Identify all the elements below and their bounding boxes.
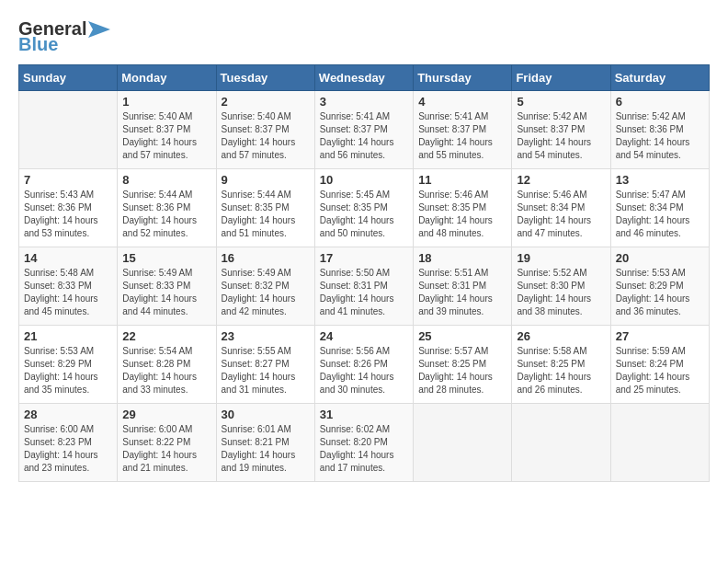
- calendar-week-row: 7Sunrise: 5:43 AMSunset: 8:36 PMDaylight…: [19, 169, 710, 247]
- cell-sun-info: Sunrise: 5:55 AMSunset: 8:27 PMDaylight:…: [222, 345, 310, 396]
- day-number: 31: [320, 408, 408, 421]
- cell-sun-info: Sunrise: 5:42 AMSunset: 8:37 PMDaylight:…: [517, 110, 605, 162]
- calendar-cell: 6Sunrise: 5:42 AMSunset: 8:36 PMDaylight…: [610, 91, 709, 169]
- calendar-cell: 13Sunrise: 5:47 AMSunset: 8:34 PMDayligh…: [610, 169, 709, 247]
- calendar-cell: 9Sunrise: 5:44 AMSunset: 8:35 PMDaylight…: [216, 169, 314, 247]
- day-number: 9: [222, 173, 310, 187]
- cell-sun-info: Sunrise: 5:49 AMSunset: 8:32 PMDaylight:…: [222, 267, 310, 318]
- cell-sun-info: Sunrise: 5:43 AMSunset: 8:36 PMDaylight:…: [24, 189, 112, 240]
- day-number: 26: [517, 329, 605, 343]
- svg-marker-0: [88, 21, 110, 38]
- cell-sun-info: Sunrise: 6:00 AMSunset: 8:22 PMDaylight:…: [122, 423, 210, 475]
- cell-sun-info: Sunrise: 5:44 AMSunset: 8:36 PMDaylight:…: [122, 189, 210, 240]
- day-number: 15: [122, 251, 210, 265]
- calendar-cell: 7Sunrise: 5:43 AMSunset: 8:36 PMDaylight…: [19, 169, 118, 247]
- calendar-cell: 31Sunrise: 6:02 AMSunset: 8:20 PMDayligh…: [314, 404, 413, 482]
- day-number: 10: [320, 173, 408, 187]
- calendar-cell: 24Sunrise: 5:56 AMSunset: 8:26 PMDayligh…: [314, 326, 413, 404]
- weekday-header-tuesday: Tuesday: [216, 65, 314, 91]
- day-number: 17: [320, 251, 408, 265]
- calendar-week-row: 28Sunrise: 6:00 AMSunset: 8:23 PMDayligh…: [19, 404, 710, 482]
- cell-sun-info: Sunrise: 5:46 AMSunset: 8:34 PMDaylight:…: [517, 189, 605, 240]
- day-number: 23: [222, 329, 310, 343]
- calendar-cell: 25Sunrise: 5:57 AMSunset: 8:25 PMDayligh…: [414, 326, 512, 404]
- calendar-cell: 30Sunrise: 6:01 AMSunset: 8:21 PMDayligh…: [216, 404, 314, 482]
- day-number: 6: [616, 95, 704, 109]
- calendar-cell: 22Sunrise: 5:54 AMSunset: 8:28 PMDayligh…: [118, 326, 216, 404]
- calendar-table: SundayMondayTuesdayWednesdayThursdayFrid…: [18, 64, 710, 482]
- calendar-cell: 20Sunrise: 5:53 AMSunset: 8:29 PMDayligh…: [610, 247, 709, 326]
- day-number: 30: [222, 408, 310, 421]
- calendar-cell: 16Sunrise: 5:49 AMSunset: 8:32 PMDayligh…: [216, 247, 314, 326]
- day-number: 16: [222, 251, 310, 265]
- cell-sun-info: Sunrise: 5:58 AMSunset: 8:25 PMDaylight:…: [517, 345, 605, 396]
- weekday-header-wednesday: Wednesday: [314, 65, 413, 91]
- cell-sun-info: Sunrise: 5:54 AMSunset: 8:28 PMDaylight:…: [122, 345, 210, 396]
- logo: General Blue: [18, 18, 110, 55]
- day-number: 3: [320, 95, 408, 109]
- calendar-cell: 12Sunrise: 5:46 AMSunset: 8:34 PMDayligh…: [512, 169, 610, 247]
- weekday-header-saturday: Saturday: [610, 65, 709, 91]
- calendar-cell: [512, 404, 610, 482]
- calendar-week-row: 1Sunrise: 5:40 AMSunset: 8:37 PMDaylight…: [19, 91, 710, 169]
- calendar-cell: 21Sunrise: 5:53 AMSunset: 8:29 PMDayligh…: [19, 326, 118, 404]
- cell-sun-info: Sunrise: 5:44 AMSunset: 8:35 PMDaylight:…: [222, 189, 310, 240]
- calendar-cell: 15Sunrise: 5:49 AMSunset: 8:33 PMDayligh…: [118, 247, 216, 326]
- calendar-cell: 29Sunrise: 6:00 AMSunset: 8:22 PMDayligh…: [118, 404, 216, 482]
- logo-arrow-icon: [88, 21, 110, 38]
- calendar-cell: 8Sunrise: 5:44 AMSunset: 8:36 PMDaylight…: [118, 169, 216, 247]
- day-number: 2: [222, 95, 310, 109]
- day-number: 27: [616, 329, 704, 343]
- cell-sun-info: Sunrise: 5:41 AMSunset: 8:37 PMDaylight:…: [320, 110, 408, 162]
- weekday-header-friday: Friday: [512, 65, 610, 91]
- cell-sun-info: Sunrise: 5:48 AMSunset: 8:33 PMDaylight:…: [24, 267, 112, 318]
- cell-sun-info: Sunrise: 6:01 AMSunset: 8:21 PMDaylight:…: [222, 423, 310, 475]
- cell-sun-info: Sunrise: 5:41 AMSunset: 8:37 PMDaylight:…: [418, 110, 506, 162]
- cell-sun-info: Sunrise: 5:52 AMSunset: 8:30 PMDaylight:…: [517, 267, 605, 318]
- calendar-cell: [19, 91, 118, 169]
- calendar-cell: 2Sunrise: 5:40 AMSunset: 8:37 PMDaylight…: [216, 91, 314, 169]
- cell-sun-info: Sunrise: 5:40 AMSunset: 8:37 PMDaylight:…: [122, 110, 210, 162]
- calendar-cell: 10Sunrise: 5:45 AMSunset: 8:35 PMDayligh…: [314, 169, 413, 247]
- cell-sun-info: Sunrise: 5:56 AMSunset: 8:26 PMDaylight:…: [320, 345, 408, 396]
- header: General Blue: [18, 18, 710, 55]
- day-number: 19: [517, 251, 605, 265]
- cell-sun-info: Sunrise: 5:49 AMSunset: 8:33 PMDaylight:…: [122, 267, 210, 318]
- calendar-week-row: 14Sunrise: 5:48 AMSunset: 8:33 PMDayligh…: [19, 247, 710, 326]
- calendar-cell: 1Sunrise: 5:40 AMSunset: 8:37 PMDaylight…: [118, 91, 216, 169]
- calendar-cell: 27Sunrise: 5:59 AMSunset: 8:24 PMDayligh…: [610, 326, 709, 404]
- calendar-cell: 19Sunrise: 5:52 AMSunset: 8:30 PMDayligh…: [512, 247, 610, 326]
- cell-sun-info: Sunrise: 6:02 AMSunset: 8:20 PMDaylight:…: [320, 423, 408, 475]
- cell-sun-info: Sunrise: 5:42 AMSunset: 8:36 PMDaylight:…: [616, 110, 704, 162]
- day-number: 18: [418, 251, 506, 265]
- calendar-cell: 4Sunrise: 5:41 AMSunset: 8:37 PMDaylight…: [414, 91, 512, 169]
- day-number: 22: [122, 329, 210, 343]
- day-number: 12: [517, 173, 605, 187]
- day-number: 29: [122, 408, 210, 421]
- calendar-cell: [414, 404, 512, 482]
- cell-sun-info: Sunrise: 5:45 AMSunset: 8:35 PMDaylight:…: [320, 189, 408, 240]
- day-number: 28: [24, 408, 112, 421]
- cell-sun-info: Sunrise: 5:51 AMSunset: 8:31 PMDaylight:…: [418, 267, 506, 318]
- day-number: 13: [616, 173, 704, 187]
- day-number: 20: [616, 251, 704, 265]
- calendar-cell: 3Sunrise: 5:41 AMSunset: 8:37 PMDaylight…: [314, 91, 413, 169]
- day-number: 5: [517, 95, 605, 109]
- cell-sun-info: Sunrise: 5:53 AMSunset: 8:29 PMDaylight:…: [616, 267, 704, 318]
- day-number: 25: [418, 329, 506, 343]
- logo-blue-text: Blue: [18, 34, 58, 55]
- cell-sun-info: Sunrise: 5:40 AMSunset: 8:37 PMDaylight:…: [222, 110, 310, 162]
- cell-sun-info: Sunrise: 5:59 AMSunset: 8:24 PMDaylight:…: [616, 345, 704, 396]
- calendar-cell: [610, 404, 709, 482]
- cell-sun-info: Sunrise: 6:00 AMSunset: 8:23 PMDaylight:…: [24, 423, 112, 475]
- cell-sun-info: Sunrise: 5:47 AMSunset: 8:34 PMDaylight:…: [616, 189, 704, 240]
- calendar-cell: 14Sunrise: 5:48 AMSunset: 8:33 PMDayligh…: [19, 247, 118, 326]
- day-number: 24: [320, 329, 408, 343]
- calendar-cell: 26Sunrise: 5:58 AMSunset: 8:25 PMDayligh…: [512, 326, 610, 404]
- day-number: 1: [122, 95, 210, 109]
- day-number: 8: [122, 173, 210, 187]
- day-number: 7: [24, 173, 112, 187]
- calendar-cell: 18Sunrise: 5:51 AMSunset: 8:31 PMDayligh…: [414, 247, 512, 326]
- cell-sun-info: Sunrise: 5:50 AMSunset: 8:31 PMDaylight:…: [320, 267, 408, 318]
- day-number: 14: [24, 251, 112, 265]
